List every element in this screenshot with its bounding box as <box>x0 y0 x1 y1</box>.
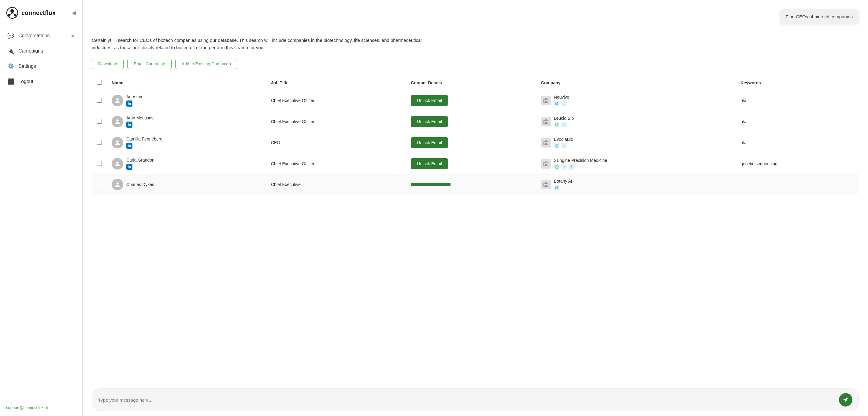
svg-point-10 <box>116 119 118 122</box>
row-checkbox[interactable] <box>97 140 102 145</box>
linkedin-badge[interactable]: in <box>126 164 132 170</box>
company-cell: Botany AI 🌐 <box>541 179 731 190</box>
company-info: Leucid Bio 🌐in <box>554 116 574 127</box>
results-table: Name Job Title Contact Details Company K… <box>92 75 859 195</box>
main-content-area: Find CEOs of biotech companies Certainly… <box>83 0 868 416</box>
conversations-icon: 💬 <box>7 32 14 39</box>
svg-rect-8 <box>545 98 547 100</box>
svg-rect-17 <box>545 143 547 145</box>
person-info: Artin Moussavi in <box>126 115 154 128</box>
linkedin-badge[interactable]: in <box>126 101 132 107</box>
row-company-cell: Botany AI 🌐 <box>536 174 736 195</box>
linkedin-badge[interactable]: in <box>126 143 132 149</box>
header-company: Company <box>536 75 736 90</box>
sidebar-item-logout[interactable]: ⬛ Logout <box>3 74 79 89</box>
company-info: SEngine Precision Medicine 🌐inf <box>554 158 607 170</box>
facebook-link-icon[interactable]: f <box>568 164 574 170</box>
collapse-button[interactable]: ◀ <box>72 9 76 16</box>
row-contact-cell: Unlock Email <box>406 132 536 153</box>
header-keywords: Keywords <box>736 75 859 90</box>
row-checkbox[interactable] <box>97 161 102 166</box>
svg-rect-16 <box>545 140 547 142</box>
row-contact-cell: Unlock Email <box>406 111 536 132</box>
send-button[interactable] <box>839 393 852 407</box>
globe-link-icon[interactable]: 🌐 <box>554 101 559 106</box>
person-name: Charles Dykes <box>126 182 154 187</box>
linkedin-link-icon[interactable]: in <box>561 101 567 106</box>
company-name: Botany AI <box>554 179 572 183</box>
company-info: EvodiaBio 🌐in <box>554 137 573 148</box>
user-message-bubble: Find CEOs of biotech companies <box>780 9 859 24</box>
row-contact-cell: Unlock Email <box>406 90 536 111</box>
sidebar-item-conversations[interactable]: 💬 Conversations ▶ <box>3 29 79 43</box>
linkedin-link-icon[interactable]: in <box>561 143 567 148</box>
row-name-cell: Charles Dykes <box>107 174 266 195</box>
row-checkbox-cell: — <box>92 174 107 195</box>
globe-link-icon[interactable]: 🌐 <box>554 122 559 127</box>
logo-area: connectflux ◀ <box>0 0 82 26</box>
row-name-cell: Camilla Fenneberg in <box>107 132 266 153</box>
person-name: Artin Moussavi <box>126 115 154 120</box>
person-info: Carla Grandori in <box>126 158 154 170</box>
linkedin-link-icon[interactable]: in <box>561 122 567 127</box>
row-job-title-cell: Chief Executive Officer <box>266 111 406 132</box>
logo-icon <box>6 7 18 19</box>
person-cell: Camilla Fenneberg in <box>112 137 261 149</box>
sidebar-item-campaigns[interactable]: 🔌 Campaigns <box>3 44 79 58</box>
company-links: 🌐inf <box>554 164 607 170</box>
input-wrapper <box>92 388 859 411</box>
globe-link-icon[interactable]: 🌐 <box>554 164 559 170</box>
company-name: SEngine Precision Medicine <box>554 158 607 163</box>
svg-rect-12 <box>545 119 547 120</box>
company-links: 🌐 <box>554 185 572 190</box>
row-checkbox-cell <box>92 90 107 111</box>
row-checkbox[interactable] <box>97 98 102 103</box>
row-company-cell: SEngine Precision Medicine 🌐inf <box>536 153 736 174</box>
header-contact-details: Contact Details <box>406 75 536 90</box>
avatar <box>112 116 123 127</box>
person-cell: Charles Dykes <box>112 179 261 190</box>
svg-point-1 <box>10 9 14 13</box>
add-to-campaign-button[interactable]: Add to Existing Campaign <box>175 59 237 69</box>
avatar <box>112 137 123 148</box>
person-name: Carla Grandori <box>126 158 154 163</box>
unlock-email-button[interactable]: Unlock Email <box>411 137 448 148</box>
globe-link-icon[interactable]: 🌐 <box>554 143 559 148</box>
company-icon <box>541 117 551 127</box>
row-job-title-cell: Chief Executive <box>266 174 406 195</box>
person-info: Ari Azhir in <box>126 94 142 107</box>
person-cell: Carla Grandori in <box>112 158 261 170</box>
linkedin-badge[interactable]: in <box>126 122 132 128</box>
input-area <box>83 384 868 416</box>
svg-point-18 <box>116 162 118 164</box>
support-email[interactable]: support@connectflux.ai <box>0 399 82 416</box>
linkedin-link-icon[interactable]: in <box>561 164 567 170</box>
svg-line-5 <box>12 13 15 15</box>
svg-rect-25 <box>545 185 547 186</box>
logout-icon: ⬛ <box>7 78 14 85</box>
sidebar-item-settings[interactable]: ⚙️ Settings <box>3 59 79 73</box>
svg-point-22 <box>116 182 118 184</box>
email-campaign-button[interactable]: Email Campaign <box>127 59 172 69</box>
row-contact-cell <box>406 174 536 195</box>
unlock-email-button[interactable]: Unlock Email <box>411 158 448 169</box>
settings-label: Settings <box>18 64 36 69</box>
person-info: Camilla Fenneberg in <box>126 137 162 149</box>
unlock-email-button[interactable]: Unlock Email <box>411 116 448 127</box>
row-keywords-cell: n/a <box>736 111 859 132</box>
select-all-checkbox[interactable] <box>97 80 102 84</box>
conversations-label: Conversations <box>18 33 50 38</box>
avatar <box>112 179 123 190</box>
row-checkbox[interactable] <box>97 119 102 124</box>
avatar <box>112 158 123 170</box>
download-button[interactable]: Download <box>92 59 124 69</box>
company-cell: Neuvivo 🌐in <box>541 95 731 106</box>
company-links: 🌐in <box>554 122 574 127</box>
person-name: Camilla Fenneberg <box>126 137 162 141</box>
row-name-cell: Carla Grandori in <box>107 153 266 174</box>
svg-rect-9 <box>545 101 547 103</box>
globe-link-icon[interactable]: 🌐 <box>554 185 559 190</box>
unlock-email-button[interactable]: Unlock Email <box>411 95 448 106</box>
header-name: Name <box>107 75 266 90</box>
message-input[interactable] <box>98 397 835 403</box>
